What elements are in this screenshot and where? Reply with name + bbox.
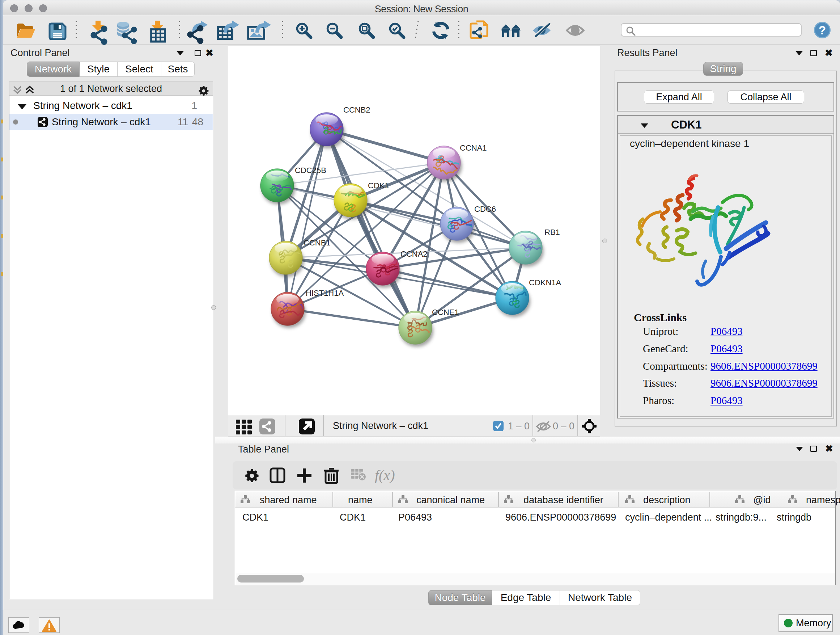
svg-text:namespac: namespac [806, 494, 840, 505]
svg-text:f(x): f(x) [375, 467, 395, 483]
svg-text:HIST1H1A: HIST1H1A [306, 288, 344, 298]
svg-text:canonical name: canonical name [416, 494, 485, 505]
svg-text:@id: @id [753, 494, 771, 505]
svg-text:CDC25B: CDC25B [295, 166, 326, 175]
svg-text:CDKN1A: CDKN1A [529, 278, 561, 287]
svg-text:CDK1: CDK1 [368, 181, 389, 190]
svg-text:CCNA2: CCNA2 [401, 249, 428, 258]
svg-text:CCNA1: CCNA1 [460, 143, 487, 152]
svg-text:description: description [643, 494, 691, 505]
svg-text:name: name [348, 494, 373, 505]
svg-text:shared name: shared name [260, 494, 317, 505]
svg-text:CCNE1: CCNE1 [432, 308, 459, 317]
svg-text:RB1: RB1 [545, 228, 560, 237]
svg-text:CDC6: CDC6 [474, 204, 496, 214]
svg-text:CCNB2: CCNB2 [343, 105, 370, 114]
svg-text:CCNB1: CCNB1 [303, 238, 331, 247]
svg-text:database identifier: database identifier [523, 494, 603, 505]
